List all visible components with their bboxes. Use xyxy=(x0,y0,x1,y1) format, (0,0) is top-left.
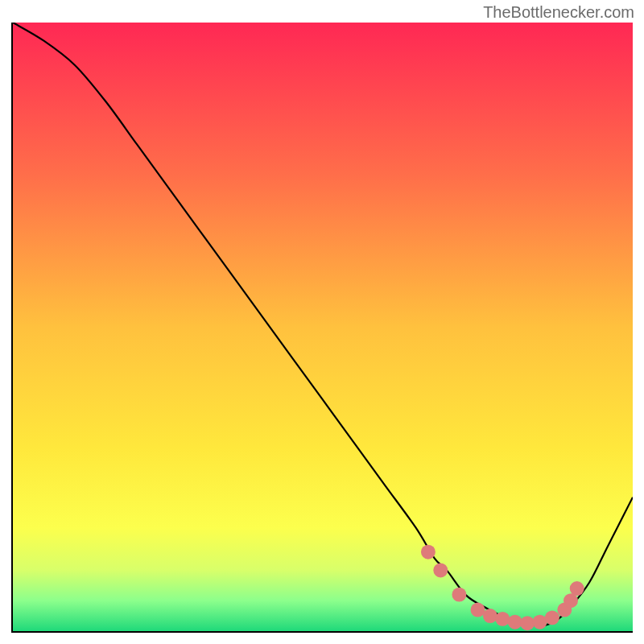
highlight-dot xyxy=(520,616,535,630)
highlight-dot xyxy=(570,581,584,596)
highlight-dot xyxy=(495,612,510,626)
chart-area xyxy=(11,23,633,633)
highlight-dot xyxy=(483,609,497,623)
highlight-dot xyxy=(452,588,466,602)
watermark-text: TheBottlenecker.com xyxy=(483,3,634,22)
highlight-dot xyxy=(471,603,485,617)
highlight-dot xyxy=(545,610,559,625)
highlight-dot xyxy=(421,545,436,559)
highlight-dot xyxy=(508,615,522,630)
highlight-dots xyxy=(13,23,633,631)
highlight-dot xyxy=(433,563,448,577)
highlight-dot xyxy=(533,615,547,630)
